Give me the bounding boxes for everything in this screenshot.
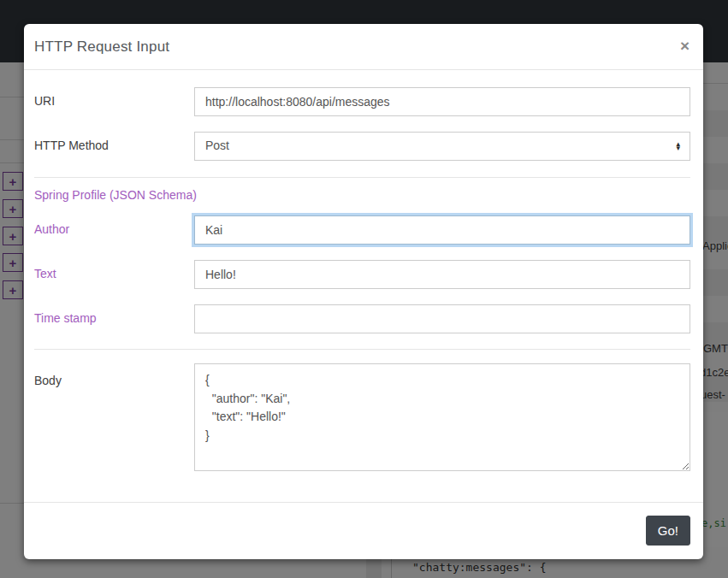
modal-footer: Go! xyxy=(24,502,703,559)
http-method-select[interactable]: Post ▴▾ xyxy=(194,132,690,161)
body-row: Body { "author": "Kai", "text": "Hello!"… xyxy=(24,363,703,475)
modal-title: HTTP Request Input xyxy=(34,38,690,56)
body-textarea[interactable]: { "author": "Kai", "text": "Hello!" } xyxy=(194,363,690,471)
author-row: Author xyxy=(24,215,703,245)
modal-body: URI HTTP Method Post ▴▾ Spring Profile (… xyxy=(24,70,703,475)
text-field-wrap xyxy=(194,260,690,289)
body-field-wrap: { "author": "Kai", "text": "Hello!" } xyxy=(194,363,690,475)
schema-section-heading[interactable]: Spring Profile (JSON Schema) xyxy=(34,188,690,202)
http-method-selected-value: Post xyxy=(205,139,229,152)
author-input[interactable] xyxy=(194,215,690,245)
timestamp-row: Time stamp xyxy=(24,304,703,333)
http-method-row: HTTP Method Post ▴▾ xyxy=(24,132,703,161)
uri-label: URI xyxy=(24,87,194,108)
uri-input[interactable] xyxy=(194,87,690,116)
uri-row: URI xyxy=(24,87,703,116)
http-method-field-wrap: Post ▴▾ xyxy=(194,132,690,161)
uri-field-wrap xyxy=(194,87,690,116)
author-field-wrap xyxy=(194,215,690,245)
close-icon[interactable]: × xyxy=(680,38,690,54)
author-label: Author xyxy=(24,215,194,236)
go-button[interactable]: Go! xyxy=(646,516,690,546)
body-label: Body xyxy=(24,363,194,387)
section-divider xyxy=(34,177,690,178)
modal-header: HTTP Request Input × xyxy=(24,24,703,70)
http-request-input-modal: HTTP Request Input × URI HTTP Method Pos… xyxy=(24,24,703,559)
screen: + + + + + Application GMT d1c2e uest- e,… xyxy=(0,0,728,578)
select-updown-icon: ▴▾ xyxy=(676,142,680,150)
section-divider xyxy=(34,349,690,350)
timestamp-label: Time stamp xyxy=(24,304,194,325)
text-input[interactable] xyxy=(194,260,690,289)
timestamp-field-wrap xyxy=(194,304,690,333)
http-method-label: HTTP Method xyxy=(24,132,194,152)
timestamp-input[interactable] xyxy=(194,304,690,333)
text-row: Text xyxy=(24,260,703,289)
text-label: Text xyxy=(24,260,194,280)
